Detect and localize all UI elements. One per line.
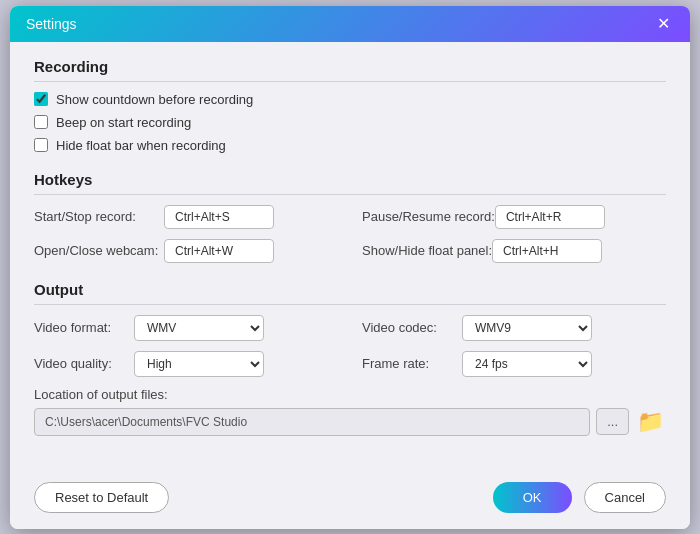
output-section: Output Video format: WMVMP4AVIMOV Video …	[34, 281, 666, 436]
hotkeys-section-title: Hotkeys	[34, 171, 666, 195]
location-label: Location of output files:	[34, 387, 666, 402]
ok-button[interactable]: OK	[493, 482, 572, 513]
hotkey-input-3[interactable]	[164, 239, 274, 263]
folder-icon: 📁	[637, 409, 664, 434]
hotkey-input-1[interactable]	[164, 205, 274, 229]
hotkey-row-2: Pause/Resume record:	[362, 205, 666, 229]
browse-folder-button[interactable]: 📁	[635, 409, 666, 435]
output-label-quality: Video quality:	[34, 356, 134, 371]
frame-rate-select[interactable]: 24 fps30 fps60 fps	[462, 351, 592, 377]
countdown-label: Show countdown before recording	[56, 92, 253, 107]
hotkeys-grid: Start/Stop record: Pause/Resume record: …	[34, 205, 666, 263]
output-row-codec: Video codec: WMV9H.264H.265	[362, 315, 666, 341]
video-codec-select[interactable]: WMV9H.264H.265	[462, 315, 592, 341]
output-grid: Video format: WMVMP4AVIMOV Video codec: …	[34, 315, 666, 377]
beep-checkbox[interactable]	[34, 115, 48, 129]
hotkey-row-4: Show/Hide float panel:	[362, 239, 666, 263]
output-label-framerate: Frame rate:	[362, 356, 462, 371]
video-quality-select[interactable]: HighMediumLow	[134, 351, 264, 377]
hide-float-checkbox[interactable]	[34, 138, 48, 152]
settings-dialog: Settings ✕ Recording Show countdown befo…	[10, 6, 690, 529]
hotkey-input-2[interactable]	[495, 205, 605, 229]
title-bar: Settings ✕	[10, 6, 690, 42]
output-section-title: Output	[34, 281, 666, 305]
browse-dots-button[interactable]: ...	[596, 408, 629, 435]
output-row-framerate: Frame rate: 24 fps30 fps60 fps	[362, 351, 666, 377]
countdown-checkbox[interactable]	[34, 92, 48, 106]
checkbox-row-3: Hide float bar when recording	[34, 138, 666, 153]
hotkey-label-1: Start/Stop record:	[34, 209, 164, 224]
hotkey-label-2: Pause/Resume record:	[362, 209, 495, 224]
beep-label: Beep on start recording	[56, 115, 191, 130]
cancel-button[interactable]: Cancel	[584, 482, 666, 513]
footer-right: OK Cancel	[493, 482, 666, 513]
checkbox-row-1: Show countdown before recording	[34, 92, 666, 107]
hotkey-input-4[interactable]	[492, 239, 602, 263]
hotkey-label-3: Open/Close webcam:	[34, 243, 164, 258]
dialog-title: Settings	[26, 16, 77, 32]
hotkey-row-3: Open/Close webcam:	[34, 239, 338, 263]
checkbox-row-2: Beep on start recording	[34, 115, 666, 130]
close-button[interactable]: ✕	[653, 16, 674, 32]
recording-section: Recording Show countdown before recordin…	[34, 58, 666, 153]
location-input-row: ... 📁	[34, 408, 666, 436]
video-format-select[interactable]: WMVMP4AVIMOV	[134, 315, 264, 341]
output-label-format: Video format:	[34, 320, 134, 335]
hotkeys-section: Hotkeys Start/Stop record: Pause/Resume …	[34, 171, 666, 263]
hide-float-label: Hide float bar when recording	[56, 138, 226, 153]
recording-section-title: Recording	[34, 58, 666, 82]
dialog-content: Recording Show countdown before recordin…	[10, 42, 690, 470]
output-row-format: Video format: WMVMP4AVIMOV	[34, 315, 338, 341]
output-label-codec: Video codec:	[362, 320, 462, 335]
hotkey-row-1: Start/Stop record:	[34, 205, 338, 229]
output-row-quality: Video quality: HighMediumLow	[34, 351, 338, 377]
reset-button[interactable]: Reset to Default	[34, 482, 169, 513]
dialog-footer: Reset to Default OK Cancel	[10, 470, 690, 529]
location-input[interactable]	[34, 408, 590, 436]
hotkey-label-4: Show/Hide float panel:	[362, 243, 492, 258]
